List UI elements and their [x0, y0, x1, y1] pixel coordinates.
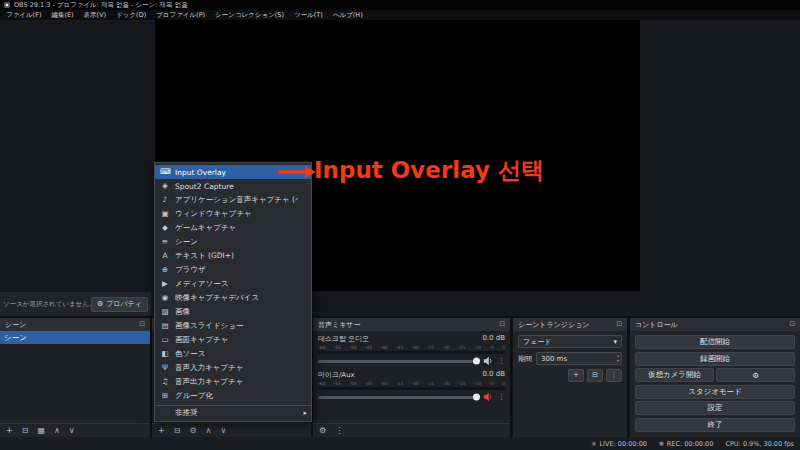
db-tick: -15: [458, 381, 465, 386]
add-source-menu-item[interactable]: ◈ Spout2 Capture ▸: [155, 179, 311, 193]
menu-item-label: 画像: [175, 307, 298, 317]
remove-source-button[interactable]: ⊟: [174, 427, 181, 435]
channel-options-icon[interactable]: ⋮: [498, 358, 505, 365]
add-source-menu-item[interactable]: ⊞ グループ化 ▸: [155, 389, 311, 403]
add-source-menu-item[interactable]: ◧ 色ソース ▸: [155, 347, 311, 361]
volume-meter: [318, 351, 505, 354]
mixer-options-button[interactable]: ⋮: [335, 427, 343, 435]
app-audio-icon: ♪: [160, 196, 170, 204]
transitions-dock-title: シーントランジション: [518, 320, 589, 330]
popout-icon[interactable]: ⊡: [139, 321, 145, 328]
db-tick: -50: [349, 345, 356, 350]
mixer-settings-button[interactable]: ⚙: [319, 427, 326, 435]
volume-slider-handle[interactable]: [473, 394, 480, 401]
mixer-toolbar: ⚙ ⋮: [313, 423, 510, 437]
popout-icon[interactable]: ⊡: [616, 321, 622, 328]
add-source-menu-item[interactable]: ♪ アプリケーション音声キャプチャ (ベータ版) ▸: [155, 193, 311, 207]
add-source-menu-item[interactable]: ≡ シーン ▸: [155, 235, 311, 249]
scene-list-item[interactable]: シーン: [0, 331, 150, 344]
spinner-down-icon[interactable]: ▾: [617, 359, 619, 363]
slideshow-icon: ▤: [160, 322, 170, 330]
add-source-menu-item[interactable]: ⊕ ブラウザ ▸: [155, 263, 311, 277]
menubar-item[interactable]: ドック(D): [111, 10, 151, 20]
volume-slider[interactable]: [318, 396, 478, 399]
speaker-mute-toggle-icon[interactable]: [483, 356, 493, 366]
text-icon: A: [160, 252, 170, 260]
start-streaming-button[interactable]: 配信開始: [635, 335, 795, 349]
menubar-item[interactable]: 編集(E): [46, 10, 78, 20]
menubar-item[interactable]: ヘルプ(H): [328, 10, 368, 20]
add-source-menu-item[interactable]: 非推奨 ▸: [155, 405, 311, 419]
virtual-camera-config-button[interactable]: ⚙: [716, 368, 795, 382]
scene-move-up-button[interactable]: ∧: [54, 427, 60, 435]
menu-item-label: ウィンドウキャプチャ: [175, 209, 298, 219]
popout-icon[interactable]: ⊡: [789, 321, 795, 328]
properties-button[interactable]: ⚙ プロパティ: [91, 297, 148, 312]
add-source-menu-item[interactable]: ◉ 映像キャプチャデバイス ▸: [155, 291, 311, 305]
channel-db-value: 0.0 dB: [482, 334, 505, 344]
scene-grid-mode-button[interactable]: ▦: [37, 427, 45, 435]
remove-scene-button[interactable]: ⊟: [22, 427, 29, 435]
menubar-item[interactable]: ファイル(F): [1, 10, 46, 20]
menubar-item[interactable]: プロファイル(P): [151, 10, 210, 20]
start-virtual-camera-button[interactable]: 仮想カメラ開始: [635, 368, 714, 382]
window-icon: ▣: [160, 210, 170, 218]
chevron-down-icon: ▾: [613, 338, 617, 346]
menu-item-label: アプリケーション音声キャプチャ (ベータ版): [175, 195, 298, 205]
settings-button[interactable]: 設定: [635, 401, 795, 415]
mic-mute-toggle-icon[interactable]: [483, 392, 493, 402]
add-source-menu: ⌨ Input Overlay ▸ ◈ Spout2 Capture ▸ ♪ ア…: [154, 162, 312, 422]
db-tick: -20: [443, 381, 450, 386]
volume-slider[interactable]: [318, 360, 478, 363]
menubar-item[interactable]: ツール(T): [289, 10, 328, 20]
titlebar: OBS 29.1.3 - プロファイル: 제목 없음 - シーン: 제목 없음: [0, 0, 800, 10]
add-scene-button[interactable]: +: [6, 427, 13, 435]
transition-select[interactable]: フェード ▾: [518, 335, 622, 348]
db-tick: -40: [380, 381, 387, 386]
menu-item-label: テキスト (GDI+): [175, 251, 298, 261]
menubar-item[interactable]: シーンコレクション(S): [210, 10, 289, 20]
duration-spinner[interactable]: 300 ms ▴ ▾: [536, 352, 622, 365]
menu-item-label: 非推奨: [175, 408, 298, 418]
source-properties-bar: ソースが選択されていません. ⚙ プロパティ: [0, 292, 151, 316]
db-tick: -15: [458, 345, 465, 350]
db-tick: -30: [411, 381, 418, 386]
remove-transition-button[interactable]: ⊟: [587, 369, 603, 382]
add-source-menu-item[interactable]: ▶ メディアソース ▸: [155, 277, 311, 291]
source-move-down-button[interactable]: ∨: [220, 427, 226, 435]
add-source-menu-item[interactable]: Ψ 音声入力キャプチャ ▸: [155, 361, 311, 375]
add-source-menu-item[interactable]: ▣ ウィンドウキャプチャ ▸: [155, 207, 311, 221]
add-source-menu-item[interactable]: ▤ 画像スライドショー ▸: [155, 319, 311, 333]
add-source-menu-item[interactable]: ◆ ゲームキャプチャ ▸: [155, 221, 311, 235]
start-recording-button[interactable]: 録画開始: [635, 352, 795, 366]
menu-item-label: ブラウザ: [175, 265, 298, 275]
add-source-menu-item[interactable]: ▨ 画像 ▸: [155, 305, 311, 319]
spout-icon: ◈: [160, 182, 170, 190]
add-source-menu-item[interactable]: ▭ 画面キャプチャ ▸: [155, 333, 311, 347]
source-properties-icon-button[interactable]: ⚙: [189, 427, 196, 435]
menu-item-label: 色ソース: [175, 349, 298, 359]
add-transition-button[interactable]: +: [568, 369, 584, 382]
popout-icon[interactable]: ⊡: [499, 321, 505, 328]
add-source-menu-item[interactable]: ♫ 音声出力キャプチャ ▸: [155, 375, 311, 389]
add-source-menu-item[interactable]: A テキスト (GDI+) ▸: [155, 249, 311, 263]
duration-value: 300 ms: [541, 355, 567, 363]
exit-button[interactable]: 終了: [635, 418, 795, 432]
scene-move-down-button[interactable]: ∨: [69, 427, 75, 435]
controls-dock: コントロール ⊡ 配信開始 録画開始 仮想カメラ開始 ⚙ スタジオモード 設定 …: [630, 318, 800, 437]
menu-item-label: メディアソース: [175, 279, 298, 289]
studio-mode-button[interactable]: スタジオモード: [635, 385, 795, 399]
channel-options-icon[interactable]: ⋮: [498, 394, 505, 401]
performance-status: CPU: 0.9%, 30.00 fps: [725, 440, 794, 448]
group-icon: ⊞: [160, 392, 170, 400]
submenu-arrow-icon: ▸: [303, 409, 307, 417]
db-tick: -20: [443, 345, 450, 350]
db-tick: -25: [427, 345, 434, 350]
menubar-item[interactable]: 表示(V): [79, 10, 112, 20]
db-tick: -30: [411, 345, 418, 350]
transition-properties-button[interactable]: ⋮: [606, 369, 622, 382]
annotation-arrow: [277, 164, 317, 180]
source-move-up-button[interactable]: ∧: [206, 427, 212, 435]
add-source-button[interactable]: +: [158, 427, 165, 435]
volume-slider-handle[interactable]: [473, 358, 480, 365]
